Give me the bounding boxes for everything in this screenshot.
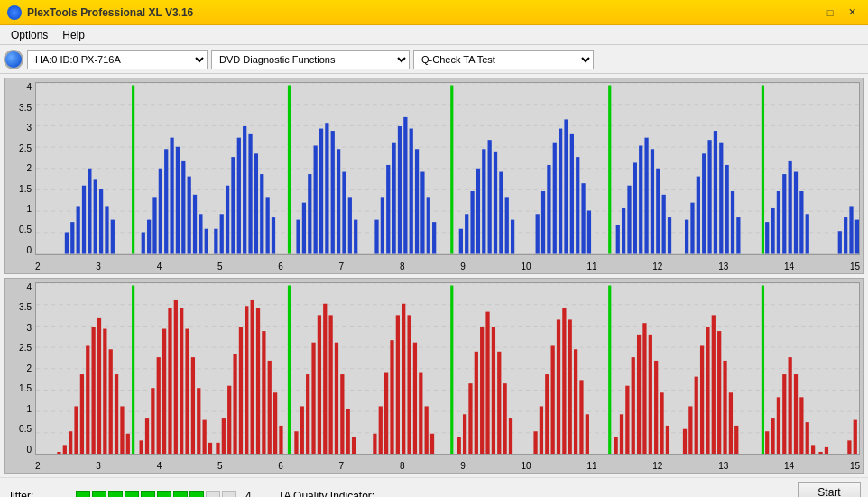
start-button[interactable]: Start: [798, 482, 861, 498]
svg-rect-214: [574, 349, 577, 454]
svg-rect-41: [272, 217, 275, 253]
menu-bar: Options Help: [0, 25, 868, 45]
svg-rect-21: [152, 197, 156, 253]
jitter-seg-9: [206, 491, 220, 498]
svg-rect-216: [586, 414, 589, 454]
menu-options[interactable]: Options: [4, 27, 55, 43]
svg-rect-67: [465, 214, 468, 253]
svg-rect-207: [533, 431, 537, 454]
svg-rect-156: [185, 328, 189, 454]
svg-rect-146: [126, 433, 130, 454]
svg-rect-182: [340, 374, 344, 454]
svg-rect-112: [789, 161, 792, 254]
svg-rect-32: [220, 214, 224, 253]
svg-rect-222: [637, 334, 641, 454]
function-select[interactable]: DVD Diagnostic Functions: [211, 50, 410, 69]
svg-rect-24: [170, 138, 173, 254]
svg-rect-16: [105, 206, 108, 253]
svg-rect-43: [296, 220, 300, 254]
svg-rect-51: [342, 172, 346, 254]
svg-rect-29: [199, 214, 202, 253]
start-button-area: Start 𝑖: [798, 482, 861, 498]
svg-rect-229: [688, 406, 692, 454]
svg-rect-54: [374, 220, 378, 254]
svg-rect-215: [579, 380, 583, 454]
svg-rect-183: [346, 408, 350, 454]
close-button[interactable]: ✕: [843, 6, 861, 19]
title-text: PlexTools Professional XL V3.16: [27, 6, 193, 19]
svg-rect-250: [847, 440, 851, 454]
top-chart: 4 3.5 3 2.5 2 1.5 1 0.5 0: [4, 78, 864, 274]
svg-rect-78: [547, 165, 550, 254]
svg-rect-115: [806, 214, 809, 253]
svg-rect-212: [562, 308, 566, 454]
svg-rect-247: [811, 445, 815, 454]
jitter-seg-3: [108, 491, 123, 498]
svg-rect-100: [702, 153, 706, 253]
drive-select[interactable]: HA:0 ID:0 PX-716A: [27, 50, 208, 69]
svg-rect-28: [193, 195, 197, 254]
svg-rect-97: [685, 220, 688, 254]
svg-rect-110: [777, 191, 780, 253]
svg-rect-74: [505, 197, 509, 253]
svg-rect-75: [511, 220, 514, 254]
svg-rect-200: [475, 351, 478, 454]
jitter-seg-2: [92, 491, 106, 498]
svg-rect-50: [337, 149, 340, 253]
svg-rect-60: [410, 129, 413, 254]
svg-rect-245: [799, 397, 803, 454]
svg-rect-14: [94, 179, 97, 253]
svg-rect-137: [74, 406, 78, 454]
svg-rect-86: [608, 86, 611, 254]
svg-rect-234: [717, 331, 721, 454]
maximize-button[interactable]: □: [821, 6, 839, 19]
svg-rect-193: [419, 372, 422, 454]
svg-rect-36: [243, 126, 246, 253]
svg-rect-61: [415, 149, 419, 253]
jitter-label: Jitter:: [7, 490, 70, 498]
menu-help[interactable]: Help: [55, 27, 92, 43]
svg-rect-57: [392, 143, 395, 254]
svg-rect-65: [450, 86, 453, 254]
svg-rect-103: [719, 143, 723, 254]
svg-rect-189: [396, 315, 400, 454]
svg-rect-76: [536, 214, 540, 253]
svg-rect-47: [319, 129, 323, 254]
jitter-seg-5: [141, 491, 155, 498]
svg-rect-235: [723, 360, 726, 454]
svg-rect-204: [497, 351, 501, 454]
svg-rect-27: [188, 177, 191, 254]
top-chart-x-axis: 2 3 4 5 6 7 8 9 10 11 12 13 14 15: [35, 262, 860, 272]
svg-rect-199: [468, 383, 472, 454]
svg-rect-231: [700, 345, 704, 454]
svg-rect-167: [251, 299, 254, 454]
svg-rect-160: [208, 442, 212, 454]
svg-rect-145: [120, 406, 124, 454]
svg-rect-158: [197, 388, 200, 454]
svg-rect-144: [115, 374, 118, 454]
svg-rect-44: [302, 203, 306, 254]
svg-rect-246: [806, 422, 809, 454]
svg-rect-194: [425, 406, 429, 454]
app-icon: [7, 5, 22, 20]
svg-rect-159: [203, 419, 207, 454]
svg-rect-84: [581, 183, 585, 253]
toolbar: HA:0 ID:0 PX-716A DVD Diagnostic Functio…: [0, 45, 868, 74]
minimize-button[interactable]: —: [799, 6, 817, 19]
svg-rect-177: [311, 342, 315, 454]
svg-rect-147: [132, 285, 134, 454]
svg-rect-181: [335, 342, 338, 454]
title-bar: PlexTools Professional XL V3.16 — □ ✕: [0, 0, 868, 25]
svg-rect-236: [729, 392, 733, 454]
test-select[interactable]: Q-Check TA Test: [413, 50, 594, 69]
svg-rect-187: [384, 372, 388, 454]
svg-rect-59: [403, 117, 407, 254]
svg-rect-105: [731, 191, 734, 253]
svg-rect-228: [683, 428, 687, 454]
svg-rect-150: [151, 388, 154, 454]
svg-rect-244: [794, 374, 798, 454]
svg-rect-40: [266, 197, 270, 253]
svg-rect-226: [660, 392, 663, 454]
top-chart-y-axis: 4 3.5 3 2.5 2 1.5 1 0.5 0: [5, 82, 35, 255]
svg-rect-93: [651, 149, 654, 253]
